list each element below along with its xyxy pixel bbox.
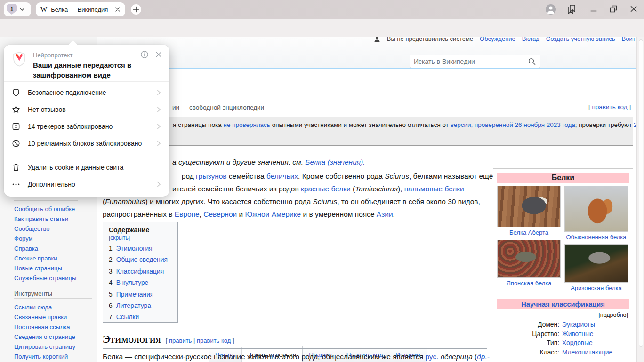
sidebar-link[interactable]: Новые страницы [14,263,76,273]
sidebar-link[interactable]: Постоянная ссылка [14,322,75,332]
link[interactable]: Северной [203,210,237,218]
toc-item[interactable]: 3Классификация [109,266,172,277]
red-squirrel-photo[interactable] [564,186,628,232]
sidebar-link[interactable]: Форум [14,234,76,244]
sidebar-link[interactable]: Получить короткий [14,352,75,362]
shield-icon [11,88,21,97]
text-segment: . [393,210,395,218]
link[interactable]: рус. [425,353,438,361]
japanese-squirrel-photo[interactable] [497,240,561,278]
sidebar-link[interactable]: Справка [14,244,76,253]
link[interactable]: версии, проверенной 26 ноября 2023 года [451,121,575,128]
popup-close-icon[interactable] [154,50,163,59]
scrollbar-thumb[interactable] [639,39,643,347]
new-tab-button[interactable] [131,4,141,15]
chevron-right-icon [155,106,162,113]
link[interactable]: Примечания [116,291,154,298]
toc-item[interactable]: 4В культуре [109,277,172,289]
link[interactable]: Европе [175,210,200,218]
sidebar-link[interactable]: Сведения о странице [14,332,75,342]
chevron-right-icon [155,89,162,96]
link[interactable]: красные белки [301,185,351,193]
sidebar-link[interactable]: Ссылки сюда [14,302,75,312]
text-segment: ( [351,185,355,193]
link[interactable]: Азии [377,210,393,218]
reviews-item[interactable]: Нет отзывов [4,101,169,118]
trash-icon [11,163,21,172]
toc-item[interactable]: 6Литература [109,300,172,312]
ads-blocked-item[interactable]: 10 рекламных блоков заблокировано [4,135,169,152]
sidebar-link[interactable]: Как править статьи [14,214,76,224]
minimize-icon[interactable] [589,5,598,13]
contributions-link[interactable]: Вклад [522,37,539,43]
toc-item[interactable]: 5Примечания [109,289,172,300]
link[interactable]: править код [197,337,231,344]
edit-source-link[interactable]: [ править код ] [588,103,631,110]
photo-caption[interactable]: Японская белка [497,280,561,287]
taxobox-title: Белки [497,173,629,183]
link[interactable]: скрыть [110,235,128,241]
tab-counter-button[interactable]: 1 [4,2,31,16]
sidebar-link[interactable]: Служебные страницы [14,273,76,283]
arizona-squirrel-photo[interactable] [564,244,628,283]
delete-cookies-item[interactable]: Удалить cookie и данные сайта [4,159,169,176]
sidebar-link[interactable]: Сообщить об ошибке [14,204,76,214]
link[interactable]: Этимология [116,245,153,252]
close-icon[interactable] [629,5,638,13]
sidebar-link[interactable]: Цитировать страницу [14,342,75,352]
sidebar-link[interactable]: Связанные правки [14,312,75,322]
link[interactable]: Ссылки [116,314,139,321]
popup-app-name: Нейропротект [33,52,72,59]
link[interactable]: не проверялась [223,121,270,128]
photo-caption[interactable]: Аризонская белка [564,284,628,292]
detail-link[interactable]: [подробно] [497,312,628,318]
link[interactable]: беличьих [266,172,298,180]
sci-classification-header[interactable]: Научная классификация [497,299,629,309]
photo-caption[interactable]: Белка Аберта [497,229,561,236]
sidebar-link[interactable]: Свежие правки [14,253,76,263]
secure-connection-item[interactable]: Безопасное подключение [4,84,169,101]
more-options-item[interactable]: Дополнительно [4,176,169,193]
text-segment: ( [473,353,477,361]
tab-close-icon[interactable] [115,7,121,12]
heading-edit-links[interactable]: [ править | править код ] [166,337,234,344]
side-panel-icon[interactable] [566,4,577,15]
link[interactable]: Животные [562,330,629,339]
toc-hide-link[interactable]: [скрыть] [109,235,130,241]
link[interactable]: В культуре [116,279,149,286]
profile-avatar[interactable] [546,4,556,15]
sidebar-link[interactable]: Сообщество [14,224,76,234]
link[interactable]: править [169,337,192,344]
link[interactable]: др.- [477,353,490,361]
section-heading-etymology: Этимология[ править | править код ] [103,333,487,349]
link[interactable]: править код [592,103,628,110]
link[interactable]: Белка (значения). [305,158,365,166]
toc-item[interactable]: 1Этимология [109,243,172,254]
classification-row: Тип:Хордовые [497,338,629,348]
search-icon[interactable] [528,57,536,66]
classification-rows: Домен:ЭукариотыЦарство:ЖивотныеТип:Хордо… [497,320,629,357]
link[interactable]: грызунов [196,172,227,180]
photo-caption[interactable]: Обыкновенная белка [564,234,628,241]
trackers-blocked-item[interactable]: 14 трекеров заблокировано [4,118,169,135]
link[interactable]: пальмовые белки [404,185,464,193]
not-logged-label[interactable]: Вы не представились системе [387,37,473,43]
link[interactable]: Классификация [116,268,164,275]
create-account-link[interactable]: Создать учетную запись [546,37,615,43]
link[interactable]: Общие сведения [116,256,168,263]
yandex-protect-logo [12,51,26,67]
restore-icon[interactable] [609,4,618,14]
link[interactable]: Южной Америке [245,210,301,218]
browser-tab[interactable]: W Белка — Википедия [36,2,125,16]
link[interactable]: Хордовые [562,338,629,348]
toc-item[interactable]: 7Ссылки [109,312,172,323]
search-input[interactable] [410,58,528,65]
link[interactable]: Млекопитающие [562,348,629,357]
toc-item[interactable]: 2Общие сведения [109,254,172,266]
info-icon[interactable] [140,50,149,59]
link[interactable]: Эукариоты [562,320,629,330]
aberts-squirrel-photo[interactable] [497,186,561,227]
link[interactable]: Литература [116,302,151,309]
talk-link[interactable]: Обсуждение [480,37,515,43]
text-segment: а существуют и другие значения, см. [172,158,305,166]
